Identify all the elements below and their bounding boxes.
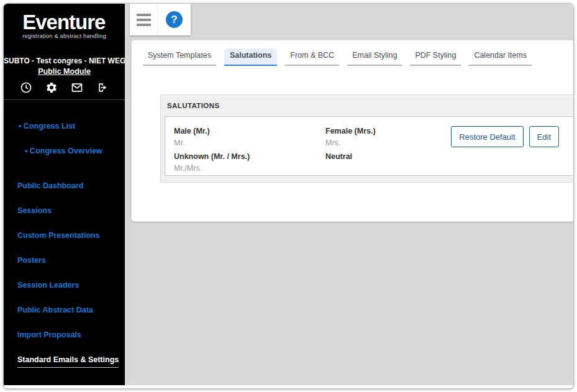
field-neutral: Neutral: [325, 151, 472, 175]
field-male: Male (Mr.) Mr.: [174, 125, 325, 149]
congress-title: SUBTO - Test congres - NIET WEG...: [4, 57, 125, 65]
sidebar-item-congress-list[interactable]: Congress List: [17, 122, 120, 130]
brand-name: Eventure: [22, 12, 106, 32]
sidebar-item-custom-presentations[interactable]: Custom Presentations: [17, 231, 120, 240]
field-value: Mr./Mrs.: [174, 163, 325, 175]
edit-button[interactable]: Edit: [529, 126, 559, 147]
sidebar-item-standard-emails-settings[interactable]: Standard Emails & Settings: [17, 355, 120, 368]
sidebar: Eventure registration & abstract handlin…: [4, 4, 125, 385]
sidebar-icon-row: [20, 81, 109, 94]
sidebar-item-sessions[interactable]: Sessions: [17, 206, 120, 215]
salutations-panel: SALUTATIONS Male (Mr.) Mr. Female (Mrs.)…: [160, 94, 574, 183]
sidebar-divider: [4, 99, 125, 100]
panel-body: Male (Mr.) Mr. Female (Mrs.) Mrs. Unknow…: [165, 116, 574, 176]
panel-title: SALUTATIONS: [161, 95, 574, 116]
panel-actions: Restore Default Edit: [451, 126, 559, 147]
help-button[interactable]: ?: [158, 4, 191, 35]
content-card: System Templates Salutations From & BCC …: [131, 40, 574, 222]
brand-tagline: registration & abstract handling: [22, 33, 106, 39]
field-value: [325, 163, 472, 175]
topbar: ?: [130, 4, 191, 35]
sidebar-item-import-proposals[interactable]: Import Proposals: [17, 330, 120, 339]
hamburger-icon: [137, 11, 151, 29]
nav-spacer: [17, 171, 120, 181]
mail-icon[interactable]: [71, 81, 83, 94]
tab-system-templates[interactable]: System Templates: [143, 48, 216, 66]
brand-logo: Eventure registration & abstract handlin…: [4, 12, 125, 40]
menu-button[interactable]: [130, 4, 157, 35]
tab-email-styling[interactable]: Email Styling: [347, 48, 402, 66]
field-label: Male (Mr.): [174, 125, 325, 137]
sidebar-item-posters[interactable]: Posters: [17, 256, 120, 265]
field-unknown: Unknown (Mr. / Mrs.) Mr./Mrs.: [174, 151, 325, 175]
gear-icon[interactable]: [45, 81, 58, 94]
logout-icon[interactable]: [96, 81, 109, 94]
help-icon: ?: [166, 11, 183, 28]
field-label: Neutral: [325, 151, 472, 163]
public-module-link[interactable]: Public Module: [4, 67, 125, 76]
tab-from-bcc[interactable]: From & BCC: [285, 48, 339, 66]
field-label: Unknown (Mr. / Mrs.): [174, 151, 325, 163]
tab-pdf-styling[interactable]: PDF Styling: [410, 48, 461, 66]
sidebar-item-custom-emails[interactable]: Custom Emails: [17, 384, 120, 385]
sidebar-item-congress-overview[interactable]: Congress Overview: [17, 147, 120, 155]
sidebar-item-public-dashboard[interactable]: Public Dashboard: [17, 181, 120, 190]
tab-bar: System Templates Salutations From & BCC …: [143, 48, 540, 66]
field-female: Female (Mrs.) Mrs.: [325, 125, 472, 149]
app-window: Eventure registration & abstract handlin…: [3, 3, 574, 389]
restore-default-button[interactable]: Restore Default: [451, 126, 523, 147]
field-value: Mr.: [174, 137, 325, 149]
field-value: Mrs.: [325, 137, 472, 149]
sidebar-item-public-abstract-data[interactable]: Public Abstract Data: [17, 306, 120, 314]
clock-icon[interactable]: [20, 81, 32, 94]
main-area: ? System Templates Salutations From & BC…: [125, 4, 573, 385]
tab-salutations[interactable]: Salutations: [224, 48, 277, 66]
sidebar-nav: Congress List Congress Overview Public D…: [17, 122, 120, 385]
tab-calendar-items[interactable]: Calendar Items: [469, 48, 532, 66]
sidebar-item-session-leaders[interactable]: Session Leaders: [17, 281, 120, 289]
salutation-fields: Male (Mr.) Mr. Female (Mrs.) Mrs. Unknow…: [174, 125, 472, 175]
field-label: Female (Mrs.): [325, 125, 472, 137]
